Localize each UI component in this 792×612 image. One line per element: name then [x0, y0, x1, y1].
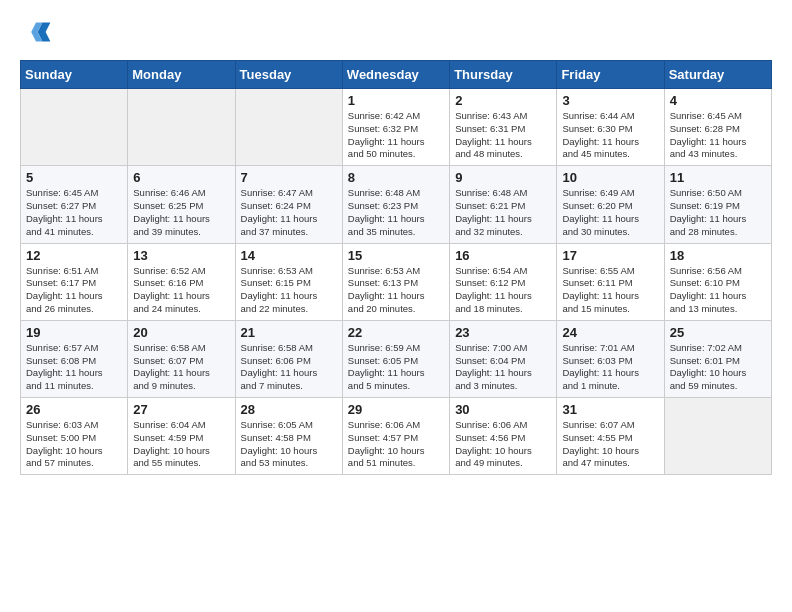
logo-icon: [20, 16, 52, 48]
day-number: 5: [26, 170, 122, 185]
day-number: 15: [348, 248, 444, 263]
day-info: Sunrise: 6:55 AM Sunset: 6:11 PM Dayligh…: [562, 265, 658, 316]
day-info: Sunrise: 6:48 AM Sunset: 6:23 PM Dayligh…: [348, 187, 444, 238]
day-info: Sunrise: 7:01 AM Sunset: 6:03 PM Dayligh…: [562, 342, 658, 393]
day-number: 4: [670, 93, 766, 108]
calendar-cell: 23Sunrise: 7:00 AM Sunset: 6:04 PM Dayli…: [450, 320, 557, 397]
day-info: Sunrise: 6:56 AM Sunset: 6:10 PM Dayligh…: [670, 265, 766, 316]
calendar-week-row: 12Sunrise: 6:51 AM Sunset: 6:17 PM Dayli…: [21, 243, 772, 320]
calendar-cell: 19Sunrise: 6:57 AM Sunset: 6:08 PM Dayli…: [21, 320, 128, 397]
weekday-header-cell: Tuesday: [235, 61, 342, 89]
calendar-cell: 22Sunrise: 6:59 AM Sunset: 6:05 PM Dayli…: [342, 320, 449, 397]
calendar-cell: 28Sunrise: 6:05 AM Sunset: 4:58 PM Dayli…: [235, 398, 342, 475]
day-info: Sunrise: 6:58 AM Sunset: 6:07 PM Dayligh…: [133, 342, 229, 393]
calendar-cell: 6Sunrise: 6:46 AM Sunset: 6:25 PM Daylig…: [128, 166, 235, 243]
day-info: Sunrise: 6:46 AM Sunset: 6:25 PM Dayligh…: [133, 187, 229, 238]
day-number: 9: [455, 170, 551, 185]
calendar-week-row: 26Sunrise: 6:03 AM Sunset: 5:00 PM Dayli…: [21, 398, 772, 475]
calendar-week-row: 5Sunrise: 6:45 AM Sunset: 6:27 PM Daylig…: [21, 166, 772, 243]
calendar-cell: 24Sunrise: 7:01 AM Sunset: 6:03 PM Dayli…: [557, 320, 664, 397]
day-info: Sunrise: 6:42 AM Sunset: 6:32 PM Dayligh…: [348, 110, 444, 161]
day-number: 21: [241, 325, 337, 340]
weekday-header-cell: Wednesday: [342, 61, 449, 89]
day-info: Sunrise: 6:43 AM Sunset: 6:31 PM Dayligh…: [455, 110, 551, 161]
day-info: Sunrise: 6:07 AM Sunset: 4:55 PM Dayligh…: [562, 419, 658, 470]
day-number: 14: [241, 248, 337, 263]
day-info: Sunrise: 6:06 AM Sunset: 4:56 PM Dayligh…: [455, 419, 551, 470]
header: [20, 16, 772, 48]
day-info: Sunrise: 6:05 AM Sunset: 4:58 PM Dayligh…: [241, 419, 337, 470]
calendar-table: SundayMondayTuesdayWednesdayThursdayFrid…: [20, 60, 772, 475]
calendar-cell: 31Sunrise: 6:07 AM Sunset: 4:55 PM Dayli…: [557, 398, 664, 475]
day-number: 13: [133, 248, 229, 263]
day-number: 8: [348, 170, 444, 185]
weekday-header-cell: Friday: [557, 61, 664, 89]
day-info: Sunrise: 7:00 AM Sunset: 6:04 PM Dayligh…: [455, 342, 551, 393]
calendar-cell: [128, 89, 235, 166]
calendar-cell: [664, 398, 771, 475]
calendar-cell: 25Sunrise: 7:02 AM Sunset: 6:01 PM Dayli…: [664, 320, 771, 397]
calendar-cell: 1Sunrise: 6:42 AM Sunset: 6:32 PM Daylig…: [342, 89, 449, 166]
day-number: 25: [670, 325, 766, 340]
weekday-header-cell: Thursday: [450, 61, 557, 89]
day-number: 12: [26, 248, 122, 263]
calendar-cell: 20Sunrise: 6:58 AM Sunset: 6:07 PM Dayli…: [128, 320, 235, 397]
day-number: 28: [241, 402, 337, 417]
weekday-header-cell: Monday: [128, 61, 235, 89]
weekday-header-cell: Sunday: [21, 61, 128, 89]
day-number: 31: [562, 402, 658, 417]
day-number: 30: [455, 402, 551, 417]
day-info: Sunrise: 7:02 AM Sunset: 6:01 PM Dayligh…: [670, 342, 766, 393]
day-info: Sunrise: 6:53 AM Sunset: 6:13 PM Dayligh…: [348, 265, 444, 316]
calendar-cell: 13Sunrise: 6:52 AM Sunset: 6:16 PM Dayli…: [128, 243, 235, 320]
calendar-cell: 29Sunrise: 6:06 AM Sunset: 4:57 PM Dayli…: [342, 398, 449, 475]
calendar-cell: 21Sunrise: 6:58 AM Sunset: 6:06 PM Dayli…: [235, 320, 342, 397]
day-number: 19: [26, 325, 122, 340]
day-info: Sunrise: 6:47 AM Sunset: 6:24 PM Dayligh…: [241, 187, 337, 238]
calendar-week-row: 19Sunrise: 6:57 AM Sunset: 6:08 PM Dayli…: [21, 320, 772, 397]
day-info: Sunrise: 6:06 AM Sunset: 4:57 PM Dayligh…: [348, 419, 444, 470]
calendar-page: SundayMondayTuesdayWednesdayThursdayFrid…: [0, 0, 792, 491]
calendar-cell: 14Sunrise: 6:53 AM Sunset: 6:15 PM Dayli…: [235, 243, 342, 320]
calendar-cell: 8Sunrise: 6:48 AM Sunset: 6:23 PM Daylig…: [342, 166, 449, 243]
calendar-cell: 30Sunrise: 6:06 AM Sunset: 4:56 PM Dayli…: [450, 398, 557, 475]
day-number: 18: [670, 248, 766, 263]
calendar-cell: 4Sunrise: 6:45 AM Sunset: 6:28 PM Daylig…: [664, 89, 771, 166]
day-number: 24: [562, 325, 658, 340]
day-info: Sunrise: 6:48 AM Sunset: 6:21 PM Dayligh…: [455, 187, 551, 238]
day-number: 20: [133, 325, 229, 340]
day-info: Sunrise: 6:45 AM Sunset: 6:27 PM Dayligh…: [26, 187, 122, 238]
day-number: 17: [562, 248, 658, 263]
calendar-cell: 12Sunrise: 6:51 AM Sunset: 6:17 PM Dayli…: [21, 243, 128, 320]
day-number: 16: [455, 248, 551, 263]
logo: [20, 16, 56, 48]
calendar-cell: 3Sunrise: 6:44 AM Sunset: 6:30 PM Daylig…: [557, 89, 664, 166]
day-info: Sunrise: 6:51 AM Sunset: 6:17 PM Dayligh…: [26, 265, 122, 316]
calendar-cell: 7Sunrise: 6:47 AM Sunset: 6:24 PM Daylig…: [235, 166, 342, 243]
calendar-cell: 15Sunrise: 6:53 AM Sunset: 6:13 PM Dayli…: [342, 243, 449, 320]
day-info: Sunrise: 6:59 AM Sunset: 6:05 PM Dayligh…: [348, 342, 444, 393]
calendar-cell: [21, 89, 128, 166]
day-info: Sunrise: 6:49 AM Sunset: 6:20 PM Dayligh…: [562, 187, 658, 238]
calendar-cell: 16Sunrise: 6:54 AM Sunset: 6:12 PM Dayli…: [450, 243, 557, 320]
day-info: Sunrise: 6:04 AM Sunset: 4:59 PM Dayligh…: [133, 419, 229, 470]
calendar-cell: 10Sunrise: 6:49 AM Sunset: 6:20 PM Dayli…: [557, 166, 664, 243]
calendar-cell: 26Sunrise: 6:03 AM Sunset: 5:00 PM Dayli…: [21, 398, 128, 475]
calendar-cell: 27Sunrise: 6:04 AM Sunset: 4:59 PM Dayli…: [128, 398, 235, 475]
day-info: Sunrise: 6:52 AM Sunset: 6:16 PM Dayligh…: [133, 265, 229, 316]
day-number: 27: [133, 402, 229, 417]
day-info: Sunrise: 6:53 AM Sunset: 6:15 PM Dayligh…: [241, 265, 337, 316]
day-info: Sunrise: 6:50 AM Sunset: 6:19 PM Dayligh…: [670, 187, 766, 238]
weekday-header-cell: Saturday: [664, 61, 771, 89]
day-info: Sunrise: 6:44 AM Sunset: 6:30 PM Dayligh…: [562, 110, 658, 161]
calendar-cell: 17Sunrise: 6:55 AM Sunset: 6:11 PM Dayli…: [557, 243, 664, 320]
day-info: Sunrise: 6:03 AM Sunset: 5:00 PM Dayligh…: [26, 419, 122, 470]
calendar-cell: 2Sunrise: 6:43 AM Sunset: 6:31 PM Daylig…: [450, 89, 557, 166]
day-number: 23: [455, 325, 551, 340]
calendar-cell: [235, 89, 342, 166]
day-number: 10: [562, 170, 658, 185]
weekday-header: SundayMondayTuesdayWednesdayThursdayFrid…: [21, 61, 772, 89]
day-number: 29: [348, 402, 444, 417]
day-number: 22: [348, 325, 444, 340]
day-number: 2: [455, 93, 551, 108]
